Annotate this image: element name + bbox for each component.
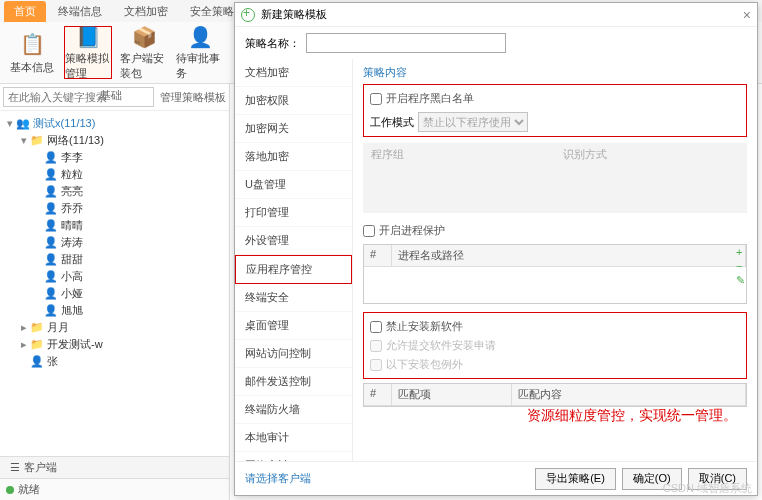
node-label: 亮亮	[61, 184, 83, 199]
work-mode-label: 工作模式	[370, 115, 414, 130]
node-icon: 👤	[44, 168, 58, 181]
node-icon: 👥	[16, 117, 30, 130]
ribbon-label: 待审批事务	[176, 51, 224, 81]
th-index: #	[364, 245, 392, 266]
dialog-icon	[241, 8, 255, 22]
export-button[interactable]: 导出策略(E)	[535, 468, 616, 490]
ribbon-icon: 📦	[130, 25, 158, 49]
tree-node[interactable]: 👤甜甜	[2, 251, 227, 268]
ribbon-icon: 👤	[186, 25, 214, 49]
category-item[interactable]: 本地审计	[235, 424, 352, 452]
ribbon-item[interactable]: 📋基本信息	[8, 26, 56, 79]
node-label: 粒粒	[61, 167, 83, 182]
node-icon: 📁	[30, 338, 44, 351]
dialog-titlebar: 新建策略模板 ×	[235, 3, 757, 27]
enable-whitelist-label: 开启程序黑白名单	[386, 91, 474, 106]
category-list: 文档加密加密权限加密网关落地加密U盘管理打印管理外设管理应用程序管控终端安全桌面…	[235, 59, 353, 461]
select-client-link[interactable]: 请选择客户端	[245, 471, 311, 486]
dialog-title: 新建策略模板	[261, 7, 327, 22]
category-item[interactable]: 落地加密	[235, 143, 352, 171]
except-package-label: 以下安装包例外	[386, 357, 463, 372]
ribbon-group-label: 基础	[100, 88, 122, 103]
category-item[interactable]: 加密网关	[235, 115, 352, 143]
expand-icon[interactable]: ▾	[18, 134, 30, 147]
category-item[interactable]: U盘管理	[235, 171, 352, 199]
whitelist-section: 开启程序黑白名单 工作模式 禁止以下程序使用	[363, 84, 747, 137]
expand-icon[interactable]: ▸	[18, 321, 30, 334]
category-item[interactable]: 网站访问控制	[235, 340, 352, 368]
edit-row-icon[interactable]: ✎	[736, 274, 745, 287]
node-label: 旭旭	[61, 303, 83, 318]
remove-row-icon[interactable]: −	[736, 260, 745, 272]
th-match-content: 匹配内容	[512, 384, 746, 405]
expand-icon[interactable]: ▾	[4, 117, 16, 130]
tree-node[interactable]: 👤亮亮	[2, 183, 227, 200]
program-group-col: 程序组	[363, 143, 555, 213]
tree-node[interactable]: ▾👥测试x(11/13)	[2, 115, 227, 132]
tree-node[interactable]: 👤涛涛	[2, 234, 227, 251]
annotation-text: 资源细粒度管控，实现统一管理。	[527, 407, 737, 425]
ribbon-label: 策略模拟管理	[65, 51, 111, 81]
node-icon: 👤	[44, 253, 58, 266]
category-item[interactable]: 加密权限	[235, 87, 352, 115]
ribbon-label: 客户端安装包	[120, 51, 168, 81]
add-row-icon[interactable]: +	[736, 246, 745, 258]
client-tab[interactable]: ☰ 客户端	[0, 456, 229, 478]
category-item[interactable]: 文档加密	[235, 59, 352, 87]
tree-node[interactable]: 👤小娅	[2, 285, 227, 302]
top-tab[interactable]: 首页	[4, 1, 46, 22]
search-input[interactable]	[3, 87, 154, 107]
ribbon-icon: 📋	[18, 30, 46, 58]
node-icon: 👤	[44, 270, 58, 283]
category-item[interactable]: 外设管理	[235, 227, 352, 255]
node-icon: 👤	[44, 185, 58, 198]
node-icon: 👤	[44, 219, 58, 232]
category-item[interactable]: 终端安全	[235, 284, 352, 312]
process-protect-checkbox[interactable]	[363, 225, 375, 237]
tree-node[interactable]: 👤李李	[2, 149, 227, 166]
allow-request-label: 允许提交软件安装申请	[386, 338, 496, 353]
close-icon[interactable]: ×	[743, 7, 751, 23]
allow-request-checkbox	[370, 340, 382, 352]
top-tab[interactable]: 终端信息	[48, 1, 112, 22]
forbid-install-checkbox[interactable]	[370, 321, 382, 333]
th-index2: #	[364, 384, 392, 405]
status-text: 就绪	[18, 482, 40, 497]
category-item[interactable]: 桌面管理	[235, 312, 352, 340]
tree-node[interactable]: 👤张	[2, 353, 227, 370]
recognition-col: 识别方式	[555, 143, 747, 213]
node-label: 甜甜	[61, 252, 83, 267]
node-label: 小娅	[61, 286, 83, 301]
tree-node[interactable]: 👤小高	[2, 268, 227, 285]
tree-node[interactable]: 👤旭旭	[2, 302, 227, 319]
top-tab[interactable]: 文档加密	[114, 1, 178, 22]
node-label: 月月	[47, 320, 69, 335]
tree-node[interactable]: ▾📁网络(11/13)	[2, 132, 227, 149]
tree-node[interactable]: 👤乔乔	[2, 200, 227, 217]
section-title: 策略内容	[363, 65, 747, 80]
ribbon-item[interactable]: 📘策略模拟管理	[64, 26, 112, 79]
ribbon-item[interactable]: 👤待审批事务	[176, 26, 224, 79]
th-match-item: 匹配项	[392, 384, 512, 405]
policy-name-label: 策略名称：	[245, 36, 300, 51]
enable-whitelist-checkbox[interactable]	[370, 93, 382, 105]
category-item[interactable]: 终端防火墙	[235, 396, 352, 424]
category-item[interactable]: 打印管理	[235, 199, 352, 227]
manage-template-label[interactable]: 管理策略模板	[160, 90, 226, 105]
install-section: 禁止安装新软件 允许提交软件安装申请 以下安装包例外	[363, 312, 747, 379]
node-icon: 👤	[44, 236, 58, 249]
category-item[interactable]: 网络审计	[235, 452, 352, 461]
node-icon: 👤	[44, 151, 58, 164]
left-pane: 管理策略模板 ▾👥测试x(11/13)▾📁网络(11/13)👤李李👤粒粒👤亮亮👤…	[0, 84, 230, 500]
tree-node[interactable]: 👤粒粒	[2, 166, 227, 183]
expand-icon[interactable]: ▸	[18, 338, 30, 351]
ribbon-item[interactable]: 📦客户端安装包	[120, 26, 168, 79]
category-item[interactable]: 邮件发送控制	[235, 368, 352, 396]
tree-node[interactable]: ▸📁月月	[2, 319, 227, 336]
work-mode-select[interactable]: 禁止以下程序使用	[418, 112, 528, 132]
tree-node[interactable]: 👤晴晴	[2, 217, 227, 234]
category-item[interactable]: 应用程序管控	[235, 255, 352, 284]
policy-name-input[interactable]	[306, 33, 506, 53]
node-icon: 👤	[44, 304, 58, 317]
tree-node[interactable]: ▸📁开发测试-w	[2, 336, 227, 353]
